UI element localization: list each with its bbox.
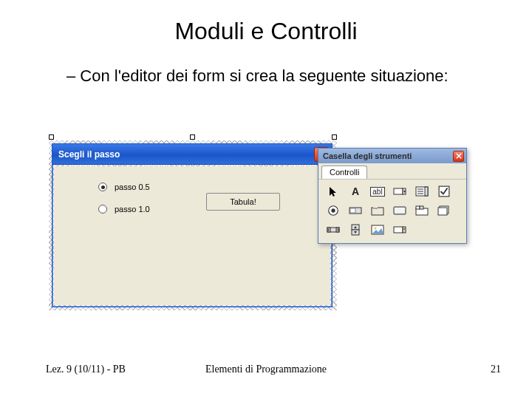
multipage-icon bbox=[437, 205, 451, 216]
slide-bullet: Con l'editor dei form si crea la seguent… bbox=[66, 66, 466, 86]
spin-icon bbox=[349, 224, 362, 236]
tabstrip-icon bbox=[415, 205, 429, 216]
svg-rect-0 bbox=[394, 188, 403, 194]
refedit-tool[interactable] bbox=[389, 221, 410, 239]
resize-handle-icon[interactable] bbox=[190, 134, 195, 140]
svg-text:xvz: xvz bbox=[373, 206, 378, 210]
form-titlebar[interactable]: Scegli il passo bbox=[52, 144, 332, 165]
multipage-tool[interactable] bbox=[434, 202, 454, 219]
pointer-tool[interactable] bbox=[323, 183, 344, 200]
toggle-tool[interactable] bbox=[345, 202, 366, 219]
frame-icon: xvz bbox=[371, 205, 384, 216]
checkbox-icon bbox=[437, 185, 451, 197]
close-icon bbox=[456, 153, 462, 159]
listbox-tool[interactable] bbox=[412, 183, 432, 200]
spin-tool[interactable] bbox=[345, 221, 366, 239]
option-tool[interactable] bbox=[323, 202, 344, 219]
svg-rect-21 bbox=[438, 208, 447, 215]
svg-rect-11 bbox=[350, 208, 355, 213]
radio-icon bbox=[98, 205, 107, 214]
tabula-button[interactable]: Tabula! bbox=[206, 193, 280, 211]
toggle-icon bbox=[349, 205, 362, 216]
radio-label: passo 1.0 bbox=[115, 205, 150, 214]
label-tool[interactable]: A bbox=[345, 183, 366, 200]
selection-handles bbox=[49, 134, 337, 140]
svg-rect-29 bbox=[394, 227, 403, 233]
tabstrip-tool[interactable] bbox=[412, 202, 432, 219]
form-title: Scegli il passo bbox=[58, 149, 314, 160]
scrollbar-tool[interactable] bbox=[323, 221, 344, 239]
radio-icon bbox=[98, 183, 107, 191]
svg-rect-16 bbox=[395, 208, 405, 213]
footer-page-number: 21 bbox=[491, 364, 501, 375]
combobox-tool[interactable] bbox=[389, 183, 410, 200]
svg-point-9 bbox=[331, 208, 335, 212]
toolbox-titlebar[interactable]: Casella degli strumenti bbox=[318, 149, 466, 163]
scrollbar-icon bbox=[327, 224, 340, 236]
toolbox-close-button[interactable] bbox=[453, 151, 464, 162]
resize-handle-icon[interactable] bbox=[332, 134, 337, 140]
toolbox-window: Casella degli strumenti Controlli A abl bbox=[318, 148, 467, 244]
checkbox-tool[interactable] bbox=[434, 183, 454, 200]
form-designer: Scegli il passo passo 0.5 passo 1.0 Tabu… bbox=[49, 134, 337, 312]
toolbox-tabrow: Controlli bbox=[318, 163, 466, 180]
option-icon bbox=[327, 205, 340, 216]
combobox-icon bbox=[393, 185, 406, 197]
slide-title: Moduli e Controlli bbox=[0, 18, 532, 45]
svg-rect-18 bbox=[416, 206, 420, 209]
listbox-icon bbox=[415, 185, 429, 197]
svg-point-28 bbox=[375, 228, 377, 230]
textbox-icon: abl bbox=[370, 187, 384, 197]
resize-handle-icon[interactable] bbox=[49, 134, 54, 140]
refedit-icon bbox=[393, 224, 406, 236]
command-tool[interactable] bbox=[389, 202, 410, 219]
textbox-tool[interactable]: abl bbox=[367, 183, 388, 200]
svg-rect-31 bbox=[403, 228, 405, 230]
image-icon bbox=[371, 224, 384, 236]
toolbox-tab-controlli[interactable]: Controlli bbox=[321, 166, 367, 179]
radio-passo-10[interactable]: passo 1.0 bbox=[98, 205, 150, 214]
vb-form-window: Scegli il passo passo 0.5 passo 1.0 Tabu… bbox=[52, 143, 332, 307]
command-icon bbox=[393, 205, 406, 216]
footer-center: Elementi di Programmazione bbox=[0, 364, 532, 375]
svg-rect-7 bbox=[439, 186, 449, 197]
pointer-icon bbox=[327, 185, 340, 197]
radio-label: passo 0.5 bbox=[115, 183, 150, 191]
radio-passo-05[interactable]: passo 0.5 bbox=[98, 183, 150, 191]
image-tool[interactable] bbox=[367, 221, 388, 239]
svg-rect-19 bbox=[420, 206, 423, 209]
frame-tool[interactable]: xvz bbox=[367, 202, 388, 219]
toolbox-title: Casella degli strumenti bbox=[323, 151, 453, 160]
toolbox-grid: A abl xvz bbox=[318, 180, 466, 243]
form-client-area[interactable]: passo 0.5 passo 1.0 Tabula! bbox=[54, 166, 330, 305]
svg-rect-6 bbox=[425, 187, 428, 196]
